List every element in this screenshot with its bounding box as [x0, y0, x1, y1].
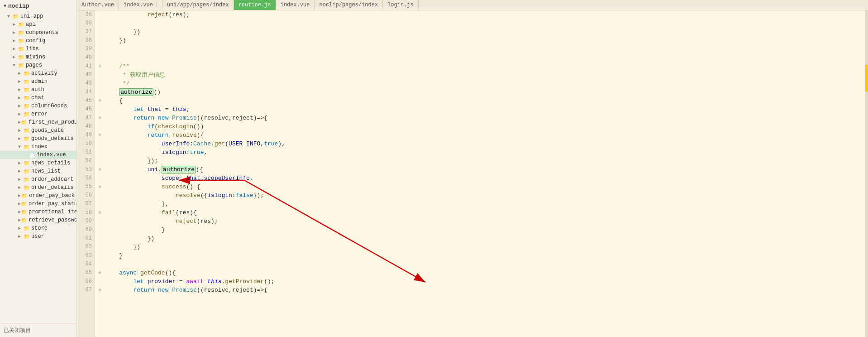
sidebar-item-components[interactable]: ► 📁 components: [0, 29, 76, 37]
sidebar-item-goods-details[interactable]: ► 📁 goods_details: [0, 135, 76, 143]
code-line-35: reject(res);: [99, 10, 862, 19]
sidebar-item-news-details[interactable]: ► 📁 news_details: [0, 159, 76, 167]
sidebar-item-order-pay-back[interactable]: ► 📁 order_pay_back: [0, 192, 76, 200]
code-line-61: }): [99, 234, 862, 243]
code-line-67: ⊕ return new Promise((resolve,reject)=>{: [99, 286, 862, 294]
scrollbar[interactable]: [865, 10, 868, 337]
fold-toggle-47[interactable]: ⊕: [99, 114, 105, 122]
tab-label: index.vue: [281, 2, 310, 8]
tab-routine-js[interactable]: routine.js: [234, 0, 276, 10]
sidebar-item-user[interactable]: ► 📁 user: [0, 232, 76, 241]
sidebar: ▼ noclip ▼ 📁 uni-app ► 📁 api ► 📁 compone…: [0, 0, 77, 337]
close-project-button[interactable]: 已关闭项目: [0, 323, 76, 337]
sidebar-item-promotional[interactable]: ► 📁 promotional_ite...: [0, 208, 76, 216]
sidebar-item-api[interactable]: ► 📁 api: [0, 20, 76, 29]
chevron-right-icon: ►: [18, 234, 24, 239]
line-num: 56: [77, 191, 92, 200]
sidebar-item-order-pay-status[interactable]: ► 📁 order_pay_status: [0, 200, 76, 208]
tab-index-vue2[interactable]: index.vue: [276, 0, 315, 10]
chevron-down-icon: ▼: [7, 14, 13, 19]
tab-noclip-pages[interactable]: noclip/pages/index: [315, 0, 383, 10]
fold-toggle-67[interactable]: ⊕: [99, 286, 105, 294]
tab-login-js[interactable]: login.js: [383, 0, 419, 10]
folder-icon: 📁: [24, 185, 30, 191]
chevron-right-icon: ►: [13, 39, 18, 43]
fold-toggle-58[interactable]: ⊕: [99, 208, 105, 217]
sidebar-root-header[interactable]: ▼ noclip: [0, 0, 76, 12]
folder-icon: 📁: [24, 177, 30, 183]
code-line-42: * 获取用户信息: [99, 71, 862, 79]
line-num: 36: [77, 19, 92, 28]
line-num: 62: [77, 243, 92, 251]
sidebar-item-goods-cate[interactable]: ► 📁 goods_cate: [0, 126, 76, 135]
fold-toggle-49[interactable]: ⊕: [99, 131, 105, 140]
code-line-60: }: [99, 226, 862, 234]
tab-index-vue[interactable]: index.vue |: [119, 0, 162, 10]
folder-icon: 📁: [13, 14, 19, 19]
code-editor[interactable]: 35 36 37 38 39 40 41 42 43 44 45 46 47 4…: [77, 10, 868, 337]
code-line-64: [99, 260, 862, 269]
sidebar-item-activity[interactable]: ► 📁 activity: [0, 69, 76, 77]
sidebar-item-chat[interactable]: ► 📁 chat: [0, 94, 76, 102]
fold-toggle-41[interactable]: ⊕: [99, 62, 105, 71]
sidebar-item-columnGoods[interactable]: ► 📁 columnGoods: [0, 102, 76, 110]
scrollbar-thumb[interactable]: [865, 65, 868, 92]
chevron-right-icon: ►: [18, 79, 24, 84]
line-num: 37: [77, 28, 92, 36]
code-line-36: [99, 19, 862, 28]
code-line-65: ⊕ async getCode(){: [99, 269, 862, 277]
sidebar-item-label: order_details: [31, 184, 74, 191]
fold-toggle-55[interactable]: ⊕: [99, 183, 105, 191]
folder-icon: 📁: [21, 209, 27, 215]
folder-icon: 📁: [18, 46, 24, 52]
sidebar-item-index[interactable]: ▼ 📁 index: [0, 143, 76, 151]
tab-author-vue[interactable]: Author.vue: [77, 0, 119, 10]
line-num: 40: [77, 53, 92, 62]
sidebar-item-uni-app[interactable]: ▼ 📁 uni-app: [0, 12, 76, 20]
line-num: 54: [77, 174, 92, 183]
sidebar-item-label: order_pay_status: [29, 201, 77, 207]
sidebar-item-order-addcart[interactable]: ► 📁 order_addcart: [0, 175, 76, 183]
code-line-40: [99, 53, 862, 62]
sidebar-item-label: api: [26, 21, 36, 28]
close-icon[interactable]: |: [155, 3, 157, 8]
sidebar-item-order-details[interactable]: ► 📁 order_details: [0, 183, 76, 192]
line-num: 51: [77, 148, 92, 157]
fold-toggle-53[interactable]: ⊕: [99, 165, 105, 174]
folder-icon: 📁: [24, 71, 30, 77]
code-line-59: reject(res);: [99, 217, 862, 226]
sidebar-item-news-list[interactable]: ► 📁 news_list: [0, 167, 76, 175]
code-line-53: ⊕ uni.authorize({: [99, 165, 862, 174]
sidebar-item-pages[interactable]: ▼ 📁 pages: [0, 61, 76, 69]
folder-icon: 📁: [18, 54, 24, 60]
sidebar-item-error[interactable]: ► 📁 error: [0, 110, 76, 118]
tab-label: Author.vue: [81, 2, 114, 8]
fold-toggle-65[interactable]: ⊕: [99, 269, 105, 277]
sidebar-item-retrieve-password[interactable]: ► 📁 retrieve_password: [0, 216, 76, 224]
chevron-right-icon: ►: [13, 22, 18, 27]
line-num: 42: [77, 71, 92, 79]
sidebar-item-store[interactable]: ► 📁 store: [0, 224, 76, 232]
sidebar-item-label: index: [31, 144, 48, 150]
sidebar-item-admin[interactable]: ► 📁 admin: [0, 77, 76, 86]
file-icon: 📄: [29, 152, 35, 158]
sidebar-item-auth[interactable]: ► 📁 auth: [0, 86, 76, 94]
line-num: 44: [77, 88, 92, 96]
fold-toggle-45[interactable]: ⊕: [99, 96, 105, 105]
code-line-50: userInfo:Cache.get(USER_INFO,true),: [99, 140, 862, 148]
tab-uni-app-pages[interactable]: uni/app/pages/index: [162, 0, 234, 10]
folder-icon: 📁: [18, 30, 24, 36]
code-line-43: */: [99, 79, 862, 88]
chevron-down-icon: ▼: [13, 63, 18, 68]
line-num: 55: [77, 183, 92, 191]
sidebar-item-label: mixins: [26, 54, 45, 60]
sidebar-item-mixins[interactable]: ► 📁 mixins: [0, 53, 76, 61]
line-num: 35: [77, 10, 92, 19]
sidebar-item-config[interactable]: ► 📁 config: [0, 37, 76, 45]
folder-icon: 📁: [24, 103, 30, 109]
sidebar-item-libs[interactable]: ► 📁 libs: [0, 45, 76, 53]
chevron-right-icon: ►: [18, 104, 24, 109]
line-num: 52: [77, 157, 92, 165]
sidebar-item-index-vue[interactable]: 📄 index.vue: [0, 151, 76, 159]
sidebar-item-first-new-product[interactable]: ► 📁 first_new_product: [0, 118, 76, 126]
